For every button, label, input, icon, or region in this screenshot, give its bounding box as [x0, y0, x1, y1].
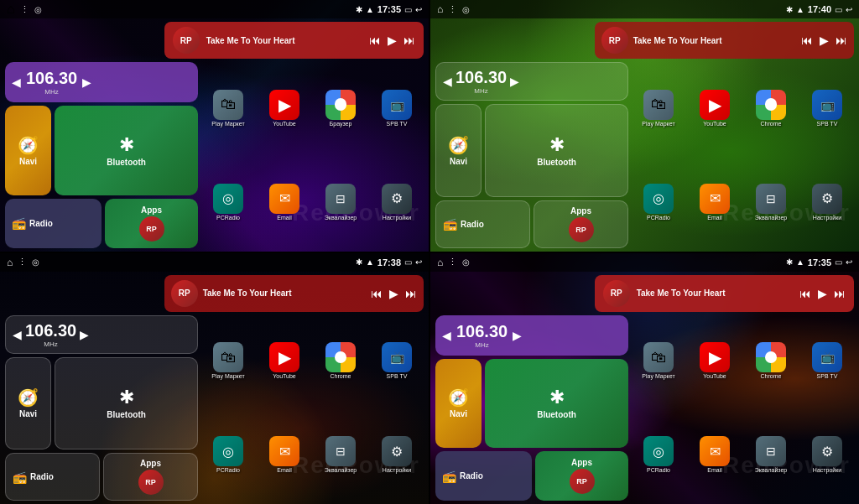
- play-btn-3[interactable]: ▶: [389, 287, 398, 300]
- app-item-settings-4[interactable]: ⚙ Настройки: [800, 409, 854, 501]
- radio-freq-widget-3[interactable]: ◀ 106.30 MHz ▶: [5, 315, 198, 354]
- radio-prev-3[interactable]: ◀: [13, 328, 22, 341]
- apps-widget-4[interactable]: Apps RP: [535, 451, 628, 501]
- radio-next-1[interactable]: ▶: [82, 75, 91, 89]
- radio-freq-widget-1[interactable]: ◀ 106.30 MHz ▶: [5, 62, 198, 102]
- next-btn-2[interactable]: ⏭: [836, 34, 847, 47]
- target-icon-1[interactable]: ◎: [34, 5, 42, 14]
- app-item-email-2[interactable]: ✉ Email: [688, 156, 742, 247]
- menu-icon-2[interactable]: ⋮: [448, 4, 457, 15]
- menu-icon-3[interactable]: ⋮: [18, 257, 27, 268]
- prev-btn-4[interactable]: ⏮: [799, 287, 811, 300]
- radio-widget-bottom-3[interactable]: 📻 Radio: [5, 453, 100, 501]
- app-item-email-3[interactable]: ✉ Email: [258, 409, 311, 501]
- target-icon-4[interactable]: ◎: [462, 257, 470, 267]
- back-icon-4[interactable]: ↩: [846, 257, 852, 267]
- play-btn-4[interactable]: ▶: [818, 287, 827, 300]
- app-item-pcradio-2[interactable]: ◎ PCRadio: [632, 156, 685, 247]
- menu-icon-1[interactable]: ⋮: [20, 4, 29, 15]
- radio-widget-bottom-2[interactable]: 📻 Radio: [435, 200, 530, 248]
- play-btn-1[interactable]: ▶: [388, 34, 397, 47]
- prev-btn-3[interactable]: ⏮: [371, 287, 383, 300]
- radio-freq-widget-2[interactable]: ◀ 106.30 MHz ▶: [435, 62, 628, 101]
- app-item-settings-2[interactable]: ⚙ Настройки: [800, 156, 854, 247]
- pcradio-icon-3: ◎: [213, 436, 243, 466]
- menu-icon-4[interactable]: ⋮: [448, 257, 457, 268]
- playmarket-label-1: Play Маркет: [211, 121, 244, 127]
- back-icon-3[interactable]: ↩: [415, 257, 422, 267]
- app-item-spbtv-4[interactable]: 📺 SPB TV: [800, 315, 854, 407]
- app-item-chrome-1[interactable]: Браузер: [314, 62, 367, 153]
- next-btn-1[interactable]: ⏭: [403, 34, 415, 47]
- radio-prev-4[interactable]: ◀: [442, 329, 451, 342]
- bluetooth-widget-4[interactable]: ✱ Bluetooth: [485, 359, 628, 449]
- home-icon-2[interactable]: ⌂: [437, 3, 443, 15]
- app-item-chrome-4[interactable]: Chrome: [744, 315, 798, 407]
- back-icon-1[interactable]: ↩: [415, 5, 422, 14]
- music-widget-2[interactable]: RP Take Me To Your Heart ⏮ ▶ ⏭: [595, 22, 854, 59]
- target-icon-2[interactable]: ◎: [462, 5, 470, 14]
- radio-next-2[interactable]: ▶: [510, 75, 519, 88]
- bluetooth-widget-1[interactable]: ✱ Bluetooth: [55, 106, 198, 195]
- app-item-playmarket-3[interactable]: 🛍 Play Маркет: [201, 315, 255, 407]
- app-item-pcradio-4[interactable]: ◎ PCRadio: [632, 409, 685, 501]
- app-item-youtube-3[interactable]: ▶ YouTube: [258, 315, 311, 407]
- app-item-youtube-4[interactable]: ▶ YouTube: [688, 315, 742, 407]
- apps-widget-3[interactable]: Apps RP: [103, 453, 198, 501]
- target-icon-3[interactable]: ◎: [32, 257, 39, 267]
- app-item-playmarket-4[interactable]: 🛍 Play Маркет: [632, 315, 685, 407]
- app-item-settings-1[interactable]: ⚙ Настройки: [370, 156, 424, 247]
- app-item-chrome-3[interactable]: Chrome: [314, 315, 367, 407]
- home-icon-3[interactable]: ⌂: [7, 257, 13, 268]
- navi-widget-3[interactable]: 🧭 Navi: [5, 357, 51, 450]
- app-item-youtube-1[interactable]: ▶ YouTube: [258, 62, 311, 153]
- app-item-eq-1[interactable]: ⊟ Эквалайзер: [314, 156, 367, 247]
- app-item-email-4[interactable]: ✉ Email: [688, 409, 742, 501]
- app-item-eq-3[interactable]: ⊟ Эквалайзер: [314, 409, 367, 501]
- app-item-spbtv-2[interactable]: 📺 SPB TV: [800, 62, 854, 153]
- radio-widget-bottom-4[interactable]: 📻 Radio: [435, 451, 532, 501]
- apps-widget-2[interactable]: Apps RP: [534, 200, 628, 248]
- app-item-pcradio-1[interactable]: ◎ PCRadio: [201, 156, 255, 247]
- app-item-pcradio-3[interactable]: ◎ PCRadio: [201, 409, 255, 501]
- app-item-spbtv-3[interactable]: 📺 SPB TV: [370, 315, 424, 407]
- home-icon-1[interactable]: ⌂: [7, 2, 15, 17]
- radio-next-4[interactable]: ▶: [513, 329, 522, 342]
- music-widget-3[interactable]: RP Take Me To Your Heart ⏮ ▶ ⏭: [164, 275, 424, 312]
- radio-prev-2[interactable]: ◀: [443, 75, 452, 88]
- bluetooth-widget-2[interactable]: ✱ Bluetooth: [485, 104, 628, 197]
- status-bar-2: ⌂ ⋮ ◎ ✱ ▲ 17:40 ▭ ↩: [430, 0, 859, 18]
- music-widget-1[interactable]: RP Take Me To Your Heart ⏮ ▶ ⏭: [164, 22, 424, 59]
- app-item-spbtv-1[interactable]: 📺 SPB TV: [370, 62, 424, 153]
- home-icon-4[interactable]: ⌂: [437, 257, 443, 268]
- apps-widget-1[interactable]: Apps RP: [105, 199, 198, 248]
- bluetooth-widget-3[interactable]: ✱ Bluetooth: [55, 357, 198, 450]
- app-item-eq-4[interactable]: ⊟ Эквалайзер: [744, 409, 798, 501]
- music-widget-4[interactable]: RP Take Me To Your Heart ⏮ ▶ ⏭: [595, 275, 854, 312]
- music-controls-4: ⏮ ▶ ⏭: [799, 287, 846, 300]
- app-item-eq-2[interactable]: ⊟ Эквалайзер: [744, 156, 798, 247]
- prev-btn-2[interactable]: ⏮: [801, 34, 813, 47]
- back-icon-2[interactable]: ↩: [846, 5, 852, 14]
- prev-btn-1[interactable]: ⏮: [369, 34, 381, 47]
- app-item-playmarket-1[interactable]: 🛍 Play Маркет: [201, 62, 255, 153]
- navi-widget-4[interactable]: 🧭 Navi: [435, 359, 482, 449]
- navi-widget-2[interactable]: 🧭 Navi: [435, 104, 482, 197]
- play-btn-2[interactable]: ▶: [820, 34, 829, 47]
- app-item-settings-3[interactable]: ⚙ Настройки: [370, 409, 424, 501]
- app-item-chrome-2[interactable]: Chrome: [744, 62, 798, 153]
- bluetooth-icon-2: ✱: [549, 134, 565, 156]
- next-btn-3[interactable]: ⏭: [405, 287, 417, 300]
- radio-prev-1[interactable]: ◀: [12, 75, 21, 89]
- playmarket-icon-2: 🛍: [643, 90, 674, 120]
- radio-next-3[interactable]: ▶: [80, 328, 89, 341]
- apps-rp-4: RP: [570, 469, 595, 494]
- app-item-email-1[interactable]: ✉ Email: [258, 156, 311, 247]
- app-item-youtube-2[interactable]: ▶ YouTube: [688, 62, 742, 153]
- app-item-playmarket-2[interactable]: 🛍 Play Маркет: [632, 62, 685, 153]
- radio-widget-bottom-1[interactable]: 📻 Radio: [5, 199, 102, 248]
- radio-freq-widget-4[interactable]: ◀ 106.30 MHz ▶: [435, 315, 628, 356]
- music-info-4: Take Me To Your Heart: [637, 288, 793, 298]
- next-btn-4[interactable]: ⏭: [834, 287, 846, 300]
- navi-widget-1[interactable]: 🧭 Navi: [5, 106, 51, 195]
